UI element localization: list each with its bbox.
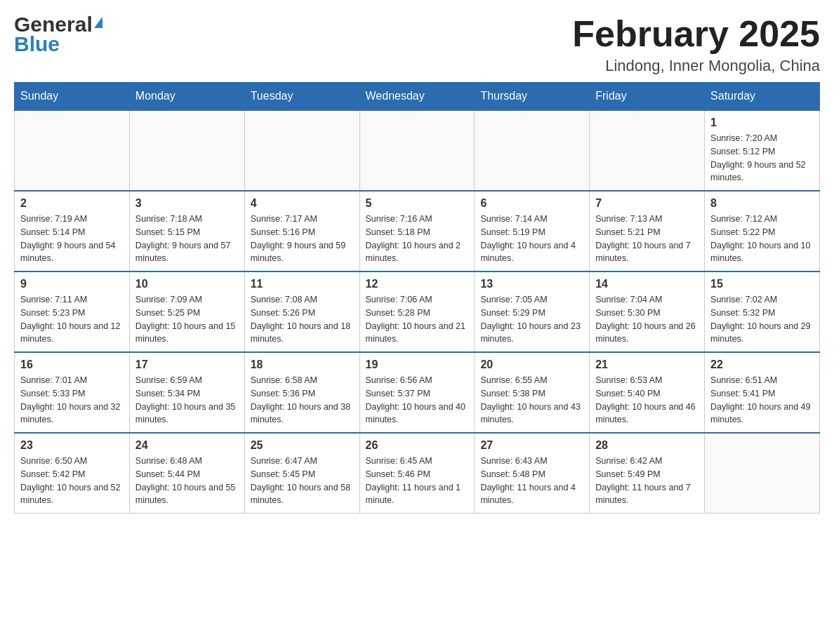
- day-info: Sunrise: 7:19 AMSunset: 5:14 PMDaylight:…: [20, 213, 124, 265]
- location-subtitle: Lindong, Inner Mongolia, China: [572, 57, 820, 75]
- calendar-cell: 13Sunrise: 7:05 AMSunset: 5:29 PMDayligh…: [475, 271, 590, 352]
- day-number: 21: [595, 358, 699, 371]
- day-number: 18: [251, 358, 354, 371]
- calendar-cell: 14Sunrise: 7:04 AMSunset: 5:30 PMDayligh…: [590, 271, 705, 352]
- weekday-header-tuesday: Tuesday: [244, 83, 359, 111]
- calendar-cell: 3Sunrise: 7:18 AMSunset: 5:15 PMDaylight…: [129, 191, 244, 271]
- calendar-cell: 7Sunrise: 7:13 AMSunset: 5:21 PMDaylight…: [590, 191, 705, 271]
- day-info: Sunrise: 7:05 AMSunset: 5:29 PMDaylight:…: [480, 293, 583, 346]
- weekday-header-friday: Friday: [590, 83, 705, 111]
- day-number: 11: [251, 278, 354, 290]
- day-number: 19: [366, 358, 469, 371]
- day-number: 6: [480, 197, 583, 210]
- day-info: Sunrise: 7:02 AMSunset: 5:32 PMDaylight:…: [710, 293, 814, 346]
- day-number: 22: [710, 358, 814, 371]
- calendar-cell: [244, 110, 359, 191]
- day-info: Sunrise: 7:17 AMSunset: 5:16 PMDaylight:…: [251, 213, 354, 265]
- day-info: Sunrise: 6:42 AMSunset: 5:49 PMDaylight:…: [595, 455, 699, 507]
- day-info: Sunrise: 7:01 AMSunset: 5:33 PMDaylight:…: [20, 374, 124, 427]
- day-info: Sunrise: 6:59 AMSunset: 5:34 PMDaylight:…: [135, 374, 239, 427]
- calendar-table: SundayMondayTuesdayWednesdayThursdayFrid…: [14, 82, 820, 514]
- day-info: Sunrise: 7:20 AMSunset: 5:12 PMDaylight:…: [710, 132, 814, 185]
- day-info: Sunrise: 6:45 AMSunset: 5:46 PMDaylight:…: [366, 455, 469, 507]
- weekday-header-wednesday: Wednesday: [359, 83, 475, 111]
- day-number: 20: [480, 358, 583, 371]
- calendar-week-row: 1Sunrise: 7:20 AMSunset: 5:12 PMDaylight…: [15, 110, 820, 191]
- day-number: 13: [480, 278, 583, 290]
- calendar-cell: [705, 433, 820, 514]
- day-number: 3: [135, 197, 239, 210]
- day-number: 5: [366, 197, 469, 210]
- calendar-cell: 28Sunrise: 6:42 AMSunset: 5:49 PMDayligh…: [590, 433, 705, 514]
- day-number: 25: [251, 439, 354, 452]
- calendar-cell: [475, 110, 590, 191]
- calendar-cell: 15Sunrise: 7:02 AMSunset: 5:32 PMDayligh…: [705, 271, 820, 352]
- day-number: 4: [251, 197, 354, 210]
- calendar-cell: [15, 110, 130, 191]
- calendar-week-row: 9Sunrise: 7:11 AMSunset: 5:23 PMDaylight…: [15, 271, 820, 352]
- calendar-cell: 16Sunrise: 7:01 AMSunset: 5:33 PMDayligh…: [15, 352, 130, 433]
- title-section: February 2025 Lindong, Inner Mongolia, C…: [572, 14, 820, 75]
- calendar-cell: [590, 110, 705, 191]
- calendar-cell: 19Sunrise: 6:56 AMSunset: 5:37 PMDayligh…: [359, 352, 475, 433]
- day-info: Sunrise: 6:47 AMSunset: 5:45 PMDaylight:…: [251, 455, 354, 507]
- calendar-cell: 4Sunrise: 7:17 AMSunset: 5:16 PMDaylight…: [244, 191, 359, 271]
- calendar-cell: 25Sunrise: 6:47 AMSunset: 5:45 PMDayligh…: [244, 433, 359, 514]
- day-info: Sunrise: 7:04 AMSunset: 5:30 PMDaylight:…: [595, 293, 699, 346]
- day-number: 16: [20, 358, 124, 371]
- calendar-cell: 18Sunrise: 6:58 AMSunset: 5:36 PMDayligh…: [244, 352, 359, 433]
- day-info: Sunrise: 6:56 AMSunset: 5:37 PMDaylight:…: [366, 374, 469, 427]
- day-info: Sunrise: 6:50 AMSunset: 5:42 PMDaylight:…: [20, 455, 124, 507]
- calendar-cell: 9Sunrise: 7:11 AMSunset: 5:23 PMDaylight…: [15, 271, 130, 352]
- calendar-week-row: 23Sunrise: 6:50 AMSunset: 5:42 PMDayligh…: [15, 433, 820, 514]
- calendar-cell: 6Sunrise: 7:14 AMSunset: 5:19 PMDaylight…: [475, 191, 590, 271]
- day-number: 27: [480, 439, 583, 452]
- day-number: 26: [366, 439, 469, 452]
- calendar-cell: 22Sunrise: 6:51 AMSunset: 5:41 PMDayligh…: [705, 352, 820, 433]
- month-title: February 2025: [572, 14, 820, 54]
- day-info: Sunrise: 7:06 AMSunset: 5:28 PMDaylight:…: [366, 293, 469, 346]
- calendar-cell: 8Sunrise: 7:12 AMSunset: 5:22 PMDaylight…: [705, 191, 820, 271]
- calendar-cell: 12Sunrise: 7:06 AMSunset: 5:28 PMDayligh…: [359, 271, 475, 352]
- calendar-cell: 27Sunrise: 6:43 AMSunset: 5:48 PMDayligh…: [475, 433, 590, 514]
- calendar-cell: 1Sunrise: 7:20 AMSunset: 5:12 PMDaylight…: [705, 110, 820, 191]
- day-info: Sunrise: 6:58 AMSunset: 5:36 PMDaylight:…: [251, 374, 354, 427]
- calendar-header-row: SundayMondayTuesdayWednesdayThursdayFrid…: [15, 83, 820, 111]
- day-info: Sunrise: 7:13 AMSunset: 5:21 PMDaylight:…: [595, 213, 699, 265]
- calendar-cell: [359, 110, 475, 191]
- calendar-cell: 23Sunrise: 6:50 AMSunset: 5:42 PMDayligh…: [15, 433, 130, 514]
- weekday-header-thursday: Thursday: [475, 83, 590, 111]
- day-number: 9: [20, 278, 124, 290]
- day-number: 10: [135, 278, 239, 290]
- day-number: 14: [595, 278, 699, 290]
- day-info: Sunrise: 7:14 AMSunset: 5:19 PMDaylight:…: [480, 213, 583, 265]
- day-info: Sunrise: 6:48 AMSunset: 5:44 PMDaylight:…: [135, 455, 239, 507]
- weekday-header-sunday: Sunday: [15, 83, 130, 111]
- day-number: 7: [595, 197, 699, 210]
- day-number: 2: [20, 197, 124, 210]
- day-number: 1: [710, 116, 814, 129]
- day-info: Sunrise: 7:11 AMSunset: 5:23 PMDaylight:…: [20, 293, 124, 346]
- logo-blue: Blue: [14, 32, 60, 55]
- day-info: Sunrise: 7:08 AMSunset: 5:26 PMDaylight:…: [251, 293, 354, 346]
- day-number: 12: [366, 278, 469, 290]
- logo: General Blue: [14, 14, 104, 55]
- day-info: Sunrise: 7:09 AMSunset: 5:25 PMDaylight:…: [135, 293, 239, 346]
- day-info: Sunrise: 6:43 AMSunset: 5:48 PMDaylight:…: [480, 455, 583, 507]
- day-number: 28: [595, 439, 699, 452]
- calendar-cell: 24Sunrise: 6:48 AMSunset: 5:44 PMDayligh…: [129, 433, 244, 514]
- calendar-cell: 5Sunrise: 7:16 AMSunset: 5:18 PMDaylight…: [359, 191, 475, 271]
- day-number: 8: [710, 197, 814, 210]
- day-info: Sunrise: 7:18 AMSunset: 5:15 PMDaylight:…: [135, 213, 239, 265]
- day-info: Sunrise: 7:12 AMSunset: 5:22 PMDaylight:…: [710, 213, 814, 265]
- day-number: 24: [135, 439, 239, 452]
- day-info: Sunrise: 6:51 AMSunset: 5:41 PMDaylight:…: [710, 374, 814, 427]
- calendar-week-row: 16Sunrise: 7:01 AMSunset: 5:33 PMDayligh…: [15, 352, 820, 433]
- day-info: Sunrise: 6:53 AMSunset: 5:40 PMDaylight:…: [595, 374, 699, 427]
- weekday-header-monday: Monday: [129, 83, 244, 111]
- calendar-cell: 21Sunrise: 6:53 AMSunset: 5:40 PMDayligh…: [590, 352, 705, 433]
- logo-triangle-icon: [94, 17, 102, 28]
- day-number: 23: [20, 439, 124, 452]
- calendar-cell: 10Sunrise: 7:09 AMSunset: 5:25 PMDayligh…: [129, 271, 244, 352]
- day-number: 15: [710, 278, 814, 290]
